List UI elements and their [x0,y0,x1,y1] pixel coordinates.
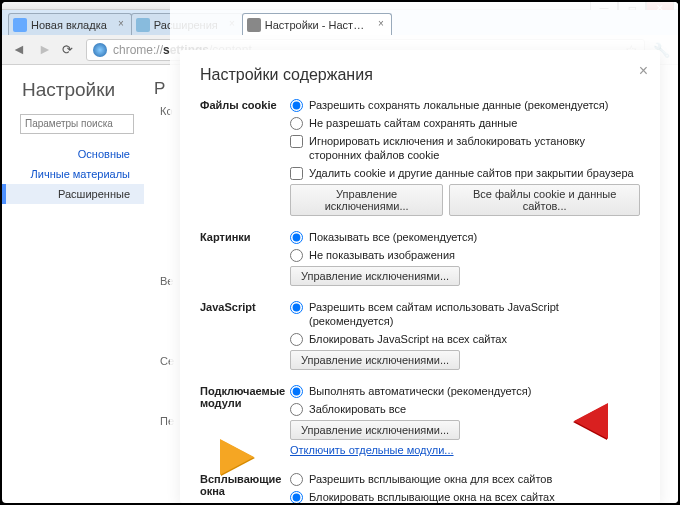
page-heading-peek: Р [154,79,165,98]
plugins-auto-option[interactable]: Выполнять автоматически (рекомендуется) [290,384,640,398]
cookies-ignore-option[interactable]: Игнорировать исключения и заблокировать … [290,134,640,162]
settings-sidebar: Настройки Основные Личные материалы Расш… [2,65,144,503]
cookies-all-data-button[interactable]: Все файлы cookie и данные сайтов... [449,184,640,216]
sidebar-link-basic[interactable]: Основные [2,144,144,164]
forward-button[interactable]: ► [36,41,54,59]
radio-icon[interactable] [290,249,303,262]
puzzle-icon [136,18,150,32]
checkbox-icon[interactable] [290,135,303,148]
sidebar-link-personal[interactable]: Личные материалы [2,164,144,184]
cookies-manage-exceptions-button[interactable]: Управление исключениями... [290,184,443,216]
checkbox-icon[interactable] [290,167,303,180]
tab-title: Новая вкладка [31,19,107,31]
images-show-option[interactable]: Показывать все (рекомендуется) [290,230,640,244]
popups-allow-option[interactable]: Разрешить всплывающие окна для всех сайт… [290,472,640,486]
back-button[interactable]: ◄ [10,41,28,59]
plugins-disable-link[interactable]: Отключить отдельные модули... [290,444,454,456]
radio-icon[interactable] [290,403,303,416]
radio-icon[interactable] [290,117,303,130]
js-manage-exceptions-button[interactable]: Управление исключениями... [290,350,460,370]
close-icon[interactable]: × [115,19,127,31]
radio-icon[interactable] [290,231,303,244]
radio-icon[interactable] [290,99,303,112]
tab-settings[interactable]: Настройки - Настр... × [242,13,392,35]
radio-icon[interactable] [290,473,303,486]
popups-block-option[interactable]: Блокировать всплывающие окна на всех сай… [290,490,640,503]
close-icon[interactable]: × [375,19,387,31]
radio-icon[interactable] [290,333,303,346]
annotation-arrow-orange [220,439,254,475]
section-label-cookies: Файлы cookie [200,98,290,216]
plugins-manage-exceptions-button[interactable]: Управление исключениями... [290,420,460,440]
radio-icon[interactable] [290,385,303,398]
section-label-images: Картинки [200,230,290,286]
js-block-option[interactable]: Блокировать JavaScript на всех сайтах [290,332,640,346]
settings-search-input[interactable] [20,114,134,134]
cookies-clear-option[interactable]: Удалить cookie и другие данные сайтов пр… [290,166,640,180]
cookies-block-option[interactable]: Не разрешать сайтам сохранять данные [290,116,640,130]
radio-icon[interactable] [290,301,303,314]
sidebar-link-advanced[interactable]: Расширенные [2,184,144,204]
tab-new[interactable]: Новая вкладка × [8,13,132,35]
js-allow-option[interactable]: Разрешить всем сайтам использовать JavaS… [290,300,640,328]
modal-close-button[interactable]: × [639,62,648,80]
annotation-arrow-red [574,403,608,439]
images-hide-option[interactable]: Не показывать изображения [290,248,640,262]
cookies-allow-option[interactable]: Разрешить сохранять локальные данные (ре… [290,98,640,112]
wrench-icon [247,18,261,32]
url-scheme: chrome:// [113,43,163,57]
globe-icon [93,43,107,57]
sidebar-heading: Настройки [2,79,144,113]
section-label-popups: Всплывающие окна [200,472,290,503]
images-manage-exceptions-button[interactable]: Управление исключениями... [290,266,460,286]
page-icon [13,18,27,32]
reload-button[interactable]: ⟳ [62,42,78,58]
section-label-javascript: JavaScript [200,300,290,370]
tab-title: Настройки - Настр... [265,19,369,31]
modal-title: Настройки содержания [200,66,640,84]
radio-icon[interactable] [290,491,303,503]
